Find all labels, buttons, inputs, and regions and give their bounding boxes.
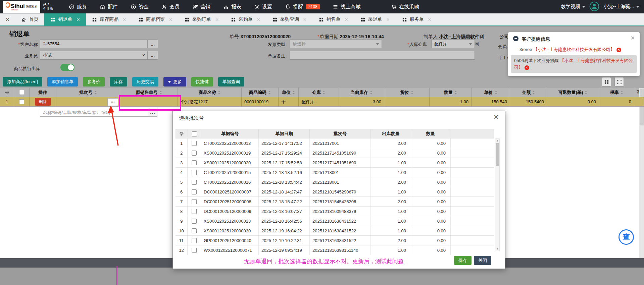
grid-column-header-当前库存[interactable]: 当前库存 (339, 88, 384, 97)
row-checkbox[interactable] (19, 99, 24, 104)
row-checkbox[interactable] (192, 238, 197, 243)
batch-row-4[interactable]: 4CT000120251200000152025-12-18 13:52:162… (176, 168, 494, 177)
select-all-checkbox[interactable] (19, 90, 24, 95)
grid-column-header-税率[interactable]: 税率 (599, 88, 634, 97)
close-all-tabs-button[interactable]: ✕ (0, 13, 15, 25)
fullscreen-icon[interactable] (614, 77, 624, 87)
nav-item-会员[interactable]: 会员 (155, 0, 186, 13)
batch-row-9[interactable]: 9XS000120251200000232025-12-18 16:42:562… (176, 216, 494, 226)
tab-采购单[interactable]: 采购单✕ (225, 13, 266, 25)
save-button[interactable]: 保存 (454, 256, 472, 265)
customer-field[interactable]: 军57554 … (40, 40, 158, 48)
tab-采购订单[interactable]: 采购订单✕ (179, 13, 225, 25)
row-checkbox[interactable] (192, 189, 197, 194)
tab-采退单[interactable]: 采退单✕ (354, 13, 396, 25)
nav-item-在线采购[interactable]: 在线采购 (385, 0, 426, 13)
remark-field[interactable] (290, 51, 475, 60)
clear-icon[interactable]: ✕ (140, 53, 147, 58)
close-button[interactable]: 关闭 (474, 256, 491, 265)
grid-column-header-单价[interactable]: 单价 (472, 88, 510, 97)
grid-column-header-批次号[interactable]: 批次号 (56, 88, 120, 97)
row-checkbox[interactable] (192, 219, 197, 224)
batch-row-10[interactable]: 10XS000120251200000302025-12-19 16:04:22… (176, 226, 494, 236)
grid-column-header-金额[interactable]: 金额 (510, 88, 547, 97)
grid-vertical-scrollbar[interactable] (639, 88, 644, 258)
row-checkbox[interactable] (192, 228, 197, 233)
row-checkbox[interactable] (192, 199, 197, 204)
toolbar-button-历史交易[interactable]: 历史交易 (132, 77, 158, 87)
batch-row-3[interactable]: 3XS000120251200000202025-12-17 15:52:582… (176, 158, 494, 168)
toolbar-button-库存[interactable]: 库存 (110, 77, 127, 87)
toolbar-button-快捷键[interactable]: 快捷键 (191, 77, 213, 87)
tutorial-videos-menu[interactable]: 教学视频 (561, 4, 585, 10)
customer-lookup-button[interactable]: … (147, 40, 158, 48)
batch-row-5[interactable]: 5CT000120251200000162025-12-18 13:54:422… (176, 177, 494, 187)
close-icon[interactable]: ✕ (386, 17, 390, 22)
toolbar-button-添加销售单[interactable]: 添加销售单 (47, 77, 78, 87)
row-checkbox[interactable] (192, 248, 197, 253)
dismiss-reminder-icon[interactable]: ✕ (616, 48, 621, 52)
close-icon[interactable]: ✕ (428, 17, 432, 22)
toolbar-button-更多[interactable]: 更多 (163, 77, 186, 87)
tab-销售单[interactable]: 销售单✕ (313, 13, 354, 25)
close-icon[interactable]: ✕ (345, 17, 348, 22)
outbound-toggle[interactable] (60, 64, 75, 71)
batch-row-2[interactable]: 2XS000120251200000192025-12-17 15:29:242… (176, 148, 494, 158)
nav-item-线上商城[interactable]: 线上商城 (326, 0, 367, 13)
tab-首页[interactable]: 首页 (15, 13, 44, 25)
invoice-type-select[interactable]: 请选择 (290, 40, 382, 48)
row-checkbox[interactable] (192, 180, 197, 185)
toolbar-button-参考价[interactable]: 参考价 (83, 77, 105, 87)
toolbar-button-添加商品[Insert][interactable]: 添加商品[Insert] (3, 77, 42, 87)
toolbar-button-单据查询[interactable]: 单据查询 (218, 77, 244, 87)
row-checkbox[interactable] (192, 160, 197, 165)
tab-采购查询[interactable]: 采购查询✕ (266, 13, 313, 25)
batch-row-6[interactable]: 6DC000120251200000072025-12-18 14:27:472… (176, 187, 494, 197)
batch-row-7[interactable]: 7DC000120251200000082025-12-18 15:47:222… (176, 197, 494, 207)
close-icon[interactable]: ✕ (257, 17, 260, 22)
grid-column-header-商品名称[interactable]: 商品名称 (178, 88, 242, 97)
grid-column-header-单位[interactable]: 单位 (279, 88, 299, 97)
column-settings-icon[interactable] (602, 77, 611, 87)
grid-column-header-货位[interactable]: 货位 (384, 88, 430, 97)
floating-search-button[interactable]: 查 (618, 229, 634, 245)
grid-column-header-数量[interactable]: 数量 (430, 88, 472, 97)
grid-column-header-商品编码[interactable]: 商品编码 (242, 88, 279, 97)
salesman-field[interactable]: 小试 ✕ … (40, 51, 158, 60)
nav-item-服务[interactable]: 服务 (62, 0, 93, 13)
dismiss-reminder-icon[interactable]: ✕ (525, 65, 529, 70)
tab-库存商品[interactable]: 库存商品✕ (86, 13, 132, 25)
row-checkbox[interactable] (192, 209, 197, 214)
close-icon[interactable]: ✕ (76, 17, 80, 22)
app-logo[interactable]: Sihui software 骟惠软件 (3, 1, 40, 13)
grid-column-header-仓库[interactable]: 仓库 (299, 88, 339, 97)
tab-销退单[interactable]: 销退单✕ (44, 13, 86, 25)
close-icon[interactable]: ✕ (169, 17, 172, 22)
warehouse-select[interactable]: 配件库 (431, 40, 475, 48)
grid-column-header-可退数量(基)[interactable]: 可退数量(基) (547, 88, 599, 97)
tab-服务单[interactable]: 服务单✕ (396, 13, 438, 25)
grid-row-1[interactable]: 1删除⋯个别指定12170000100019个配件库-3.001.00150.5… (0, 97, 644, 107)
nav-item-设置[interactable]: 设置 (248, 0, 279, 13)
batch-row-1[interactable]: 1CT000120251200000132025-12-17 14:17:522… (176, 138, 494, 148)
tab-商品档案[interactable]: 商品档案✕ (132, 13, 179, 25)
row-checkbox[interactable] (192, 141, 197, 146)
delete-row-button[interactable]: 删除 (35, 98, 51, 106)
avatar[interactable] (589, 1, 599, 12)
batch-row-8[interactable]: 8DC000120251200000092025-12-18 16:07:372… (176, 207, 494, 216)
close-icon[interactable]: ✕ (303, 17, 307, 22)
close-icon[interactable]: ✕ (215, 17, 219, 22)
nav-item-资金[interactable]: 资金 (124, 0, 155, 13)
row-checkbox[interactable] (192, 151, 197, 156)
close-icon[interactable]: ✕ (493, 114, 499, 120)
salesman-lookup-button[interactable]: … (147, 51, 158, 59)
nav-item-营销[interactable]: 营销 (186, 0, 217, 13)
modal-scrollbar[interactable]: ▲ ▼ (495, 138, 500, 251)
nav-item-配件[interactable]: 配件 (93, 0, 124, 13)
close-icon[interactable]: ✕ (631, 35, 635, 41)
nav-item-提醒[interactable]: 提醒2108 (279, 0, 326, 13)
row-checkbox[interactable] (192, 170, 197, 175)
user-menu[interactable]: 小沈--上海骟... (603, 4, 639, 10)
select-all-checkbox[interactable] (192, 131, 197, 136)
batch-row-11[interactable]: 11GP000120251200000402025-12-19 10:22:31… (176, 236, 494, 245)
